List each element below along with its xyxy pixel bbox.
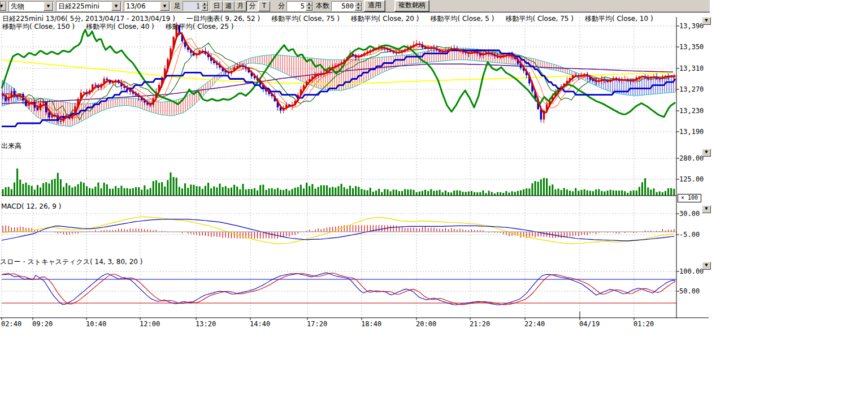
x-axis-tick-label: 22:40 [524, 320, 545, 328]
period-tick-button[interactable]: T [258, 1, 270, 11]
spinner-arrows-icon[interactable]: ▲▼ [355, 2, 362, 11]
y-axis-tick-label: 13,230 [679, 107, 704, 115]
period-week-button[interactable]: 週 [223, 1, 235, 11]
market-select[interactable]: 先物 ▼ [8, 1, 54, 11]
y-axis-tick-label: -5.00 [679, 231, 700, 239]
period-month-button[interactable]: 月 [235, 1, 246, 11]
y-axis-tick-label: 13,190 [679, 128, 704, 136]
spinner-arrows-icon[interactable]: ▲▼ [306, 2, 313, 11]
y-axis-tick-label: 125.00 [679, 175, 704, 183]
indicator-legend-line2: 移動平均( Close, 150 )移動平均( Close, 40 )移動平均(… [2, 23, 245, 31]
x-axis-tick-label: 13:20 [196, 320, 216, 328]
x-axis-tick-label: 18:40 [361, 320, 381, 328]
y-axis-tick-label: 280.00 [679, 154, 704, 162]
x-axis-tick-label: 04/19 [579, 320, 600, 328]
spinner-arrows-icon: ▲▼ [201, 2, 208, 11]
pane-menu-button[interactable]: ▼ [702, 262, 711, 270]
x-axis-tick-label: 01:20 [633, 320, 654, 328]
x-axis-tick-label: 21:20 [470, 320, 490, 328]
market-select-value: 先物 [11, 2, 44, 11]
x-axis-tick-label: 12:00 [140, 320, 160, 328]
bar-type-label: 足 [174, 1, 181, 11]
bar-interval-spinner: 1 ▲▼ [183, 1, 209, 11]
dropdown-arrow-icon[interactable]: ▼ [111, 2, 121, 11]
contract-month-select[interactable]: 13/06 ▼ [124, 1, 171, 11]
period-minute-button[interactable]: 分 [246, 1, 258, 11]
y-axis-tick-label: 13,390 [679, 22, 704, 30]
indicator-legend-item: 移動平均( Close, 150 ) [2, 23, 75, 31]
indicator-legend-item: 日経225mini 13/06( 5分, 2013/04/17 - 2013/0… [2, 15, 175, 23]
y-axis-tick-label: 13,310 [679, 64, 704, 72]
x-axis-tick-label: 20:00 [416, 320, 436, 328]
dropdown-arrow-icon[interactable]: ▼ [44, 2, 53, 11]
y-axis-tick-label: 100.00 [679, 267, 704, 275]
clipped-dropdown[interactable]: ▼ [0, 1, 7, 11]
symbol-select-value: 日経225mini [58, 2, 111, 11]
stoch-pane-label: スロー・ストキャスティクス( 14, 3, 80, 20 ) [0, 258, 142, 266]
x-axis-tick-label: 14:40 [250, 320, 270, 328]
pane-menu-button[interactable]: ▼ [702, 17, 711, 25]
pane-menu-button[interactable]: ▼ [702, 205, 711, 213]
volume-multiplier-badge: × 100 [678, 194, 701, 202]
volume-pane-label: 出来高 [1, 142, 21, 150]
toolbar: ▼ 先物 ▼ 日経225mini ▼ 13/06 ▼ 足 1 ▲▼ 日 週 月 … [0, 0, 710, 12]
y-axis-tick-label: 30.00 [679, 210, 700, 218]
indicator-legend-item: 一目均衡表( 9, 26, 52 ) [186, 15, 260, 23]
minute-spinner[interactable]: 5 ▲▼ [287, 1, 313, 11]
bar-count-spinner[interactable]: 500 ▲▼ [331, 1, 362, 11]
y-axis-tick-label: 13,270 [679, 85, 704, 93]
indicator-legend-item: 移動平均( Close, 75 ) [271, 15, 340, 23]
indicator-legend-item: 移動平均( Close, 40 ) [86, 23, 154, 31]
multi-symbol-button[interactable]: 複数銘柄 [394, 0, 429, 12]
dropdown-arrow-icon[interactable]: ▼ [160, 2, 170, 11]
dropdown-arrow-icon[interactable]: ▼ [0, 2, 6, 11]
macd-pane-label: MACD( 12, 26, 9 ) [1, 203, 61, 210]
y-axis-tick-label: 13,350 [679, 43, 704, 51]
x-axis-tick-label: 10:40 [86, 320, 106, 328]
x-axis-tick-label: 17:20 [307, 320, 327, 328]
x-axis-tick-label: 09:20 [32, 320, 53, 328]
contract-month-value: 13/06 [126, 2, 160, 11]
period-day-button[interactable]: 日 [211, 1, 223, 11]
indicator-legend-line1: 日経225mini 13/06( 5分, 2013/04/17 - 2013/0… [2, 15, 665, 23]
chart-plot-area[interactable] [0, 12, 676, 318]
y-axis-tick-label: 50.00 [679, 287, 700, 295]
symbol-select[interactable]: 日経225mini ▼ [56, 1, 122, 11]
apply-button[interactable]: 適用 [364, 0, 385, 12]
minute-label: 分 [278, 1, 285, 11]
bar-count-label: 本数 [316, 1, 329, 11]
indicator-legend-item: 移動平均( Close, 10 ) [585, 15, 653, 23]
indicator-legend-item: 移動平均( Close, 25 ) [166, 23, 234, 31]
indicator-legend-item: 移動平均( Close, 5 ) [430, 15, 494, 23]
indicator-legend-item: 移動平均( Close, 20 ) [351, 15, 419, 23]
pane-menu-button[interactable]: ▼ [702, 149, 711, 157]
indicator-legend-item: 移動平均( Close, 75 ) [505, 15, 574, 23]
x-axis-tick-label: 02:40 [1, 320, 21, 328]
